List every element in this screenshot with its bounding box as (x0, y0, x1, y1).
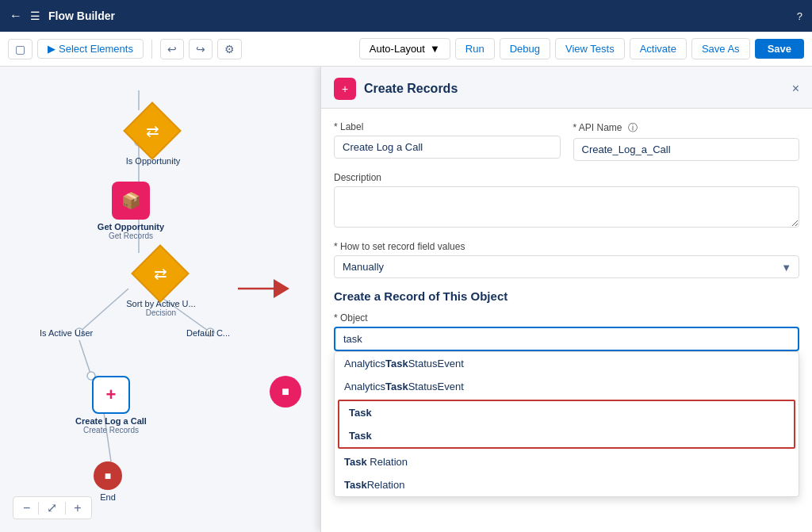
api-name-label: * API Name ⓘ (573, 121, 800, 135)
task1-bold: Task (349, 407, 372, 419)
toolbar-right: Auto-Layout ▼ Run Debug View Tests Activ… (359, 38, 804, 59)
save-btn[interactable]: Save (755, 39, 804, 59)
create-log-label: Create Log a Call (71, 416, 151, 426)
label-api-row: * Label * API Name ⓘ (334, 121, 799, 161)
chevron-down-icon: ▼ (430, 43, 440, 55)
sort-by-active-sub: Decision (146, 308, 176, 317)
select-elements-btn[interactable]: ▶ Select Elements (37, 39, 144, 59)
save-as-btn[interactable]: Save As (691, 38, 750, 59)
tr1-bold: Task (344, 456, 367, 468)
label-input[interactable] (334, 136, 561, 159)
default-c-label-node: Default C... (186, 328, 230, 338)
panel-body: * Label * API Name ⓘ Description * H (321, 109, 812, 532)
how-to-set-row: * How to set record field values Manuall… (334, 241, 799, 278)
info-icon[interactable]: ⓘ (628, 122, 638, 133)
tr2-bold: Task (344, 479, 367, 491)
panel-header-icon: + (334, 78, 356, 100)
dropdown-item-task-2[interactable]: Task (339, 424, 794, 447)
is-active-user-label-node: Is Active User (40, 328, 93, 338)
dropdown-item-1[interactable]: AnalyticsTaskStatusEvent (335, 352, 799, 375)
panel-header: + Create Records × (321, 67, 812, 109)
svg-line-9 (79, 340, 91, 376)
activate-btn[interactable]: Activate (630, 38, 687, 59)
dropdown-item-task-1[interactable]: Task (339, 401, 794, 424)
canvas-toggle-btn[interactable]: ▢ (8, 39, 33, 59)
how-to-set-select[interactable]: Manually From all related records From a… (334, 255, 799, 278)
dropdown-item-2[interactable]: AnalyticsTaskStatusEvent (335, 375, 799, 398)
canvas[interactable]: ⇄ Is Opportunity 📦 Get Opportunity Get R… (0, 67, 320, 532)
panel-title: Create Records (364, 82, 458, 96)
description-label: Description (334, 172, 799, 183)
debug-btn[interactable]: Debug (500, 38, 550, 59)
back-icon[interactable]: ← (10, 9, 22, 23)
top-nav: ← ☰ Flow Builder ? (0, 0, 812, 32)
object-row: * Object AnalyticsTaskStatusEvent Analyt… (334, 312, 799, 351)
dropdown-item-taskrelation-2[interactable]: TaskRelation (335, 473, 799, 496)
create-records-icon: + (342, 82, 348, 95)
get-opportunity-sub: Get Records (109, 232, 153, 240)
app-title: Flow Builder (48, 10, 115, 22)
zoom-fit-btn[interactable]: ⤢ (44, 500, 60, 515)
zoom-divider (38, 502, 39, 515)
label-col: * Label (334, 121, 561, 161)
is-opportunity-node[interactable]: ⇄ Is Opportunity (117, 110, 189, 166)
main-area: ⇄ Is Opportunity 📦 Get Opportunity Get R… (0, 67, 812, 532)
settings-btn[interactable]: ⚙ (217, 39, 242, 59)
toolbar: ▢ ▶ Select Elements ↩ ↪ ⚙ Auto-Layout ▼ … (0, 32, 812, 67)
item1-bold: Task (385, 358, 408, 369)
svg-marker-13 (274, 279, 289, 298)
api-name-col: * API Name ⓘ (573, 121, 800, 161)
item2-suffix: StatusEvent (408, 381, 464, 392)
section-title: Create a Record of This Object (334, 289, 799, 303)
description-row: Description (334, 172, 799, 230)
description-textarea[interactable] (334, 186, 799, 228)
zoom-out-btn[interactable]: − (20, 501, 33, 515)
get-opportunity-node[interactable]: 📦 Get Opportunity Get Records (95, 182, 167, 240)
object-input-wrapper: AnalyticsTaskStatusEvent AnalyticsTaskSt… (334, 327, 799, 351)
tr2-suffix: Relation (367, 479, 405, 491)
zoom-divider-2 (65, 502, 66, 515)
flow-icon: ☰ (30, 10, 40, 22)
auto-layout-btn[interactable]: Auto-Layout ▼ (359, 38, 450, 59)
undo-btn[interactable]: ↩ (160, 39, 184, 59)
redo-btn[interactable]: ↪ (189, 39, 213, 59)
how-to-set-wrapper: Manually From all related records From a… (334, 255, 799, 278)
separator-1 (151, 40, 152, 59)
object-dropdown: AnalyticsTaskStatusEvent AnalyticsTaskSt… (334, 351, 799, 497)
end-label: End (100, 492, 116, 502)
item2-bold: Task (385, 381, 408, 392)
create-log-sub: Create Records (83, 426, 139, 434)
dropdown-item-taskrelation-1[interactable]: Task Relation (335, 450, 799, 473)
label-field-label: * Label (334, 121, 561, 132)
sort-by-active-node[interactable]: ⇄ Sort by Active U... Decision (117, 253, 205, 317)
run-btn[interactable]: Run (455, 38, 495, 59)
default-circle-node[interactable]: ■ (270, 376, 301, 408)
how-to-set-label: * How to set record field values (334, 241, 799, 252)
task-selected-group: Task Task (338, 400, 795, 449)
item1-prefix: Analytics (344, 358, 385, 369)
item1-suffix: StatusEvent (408, 358, 464, 369)
side-panel: + Create Records × * Label * API Name ⓘ (320, 67, 812, 532)
tr1-suffix: Relation (367, 456, 408, 468)
zoom-controls: − ⤢ + (13, 496, 92, 519)
object-label: * Object (334, 312, 799, 323)
cursor-icon: ▶ (48, 43, 56, 55)
task2-bold: Task (349, 430, 372, 442)
create-log-node[interactable]: + Create Log a Call Create Records (71, 376, 151, 434)
get-opportunity-label: Get Opportunity (95, 222, 167, 232)
end-node[interactable]: ■ End (94, 461, 122, 502)
item2-prefix: Analytics (344, 381, 385, 392)
close-btn[interactable]: × (792, 82, 799, 96)
zoom-in-btn[interactable]: + (71, 501, 84, 515)
view-tests-btn[interactable]: View Tests (555, 38, 625, 59)
object-input[interactable] (334, 327, 799, 351)
api-name-input[interactable] (573, 138, 800, 161)
help-icon[interactable]: ? (797, 10, 802, 22)
